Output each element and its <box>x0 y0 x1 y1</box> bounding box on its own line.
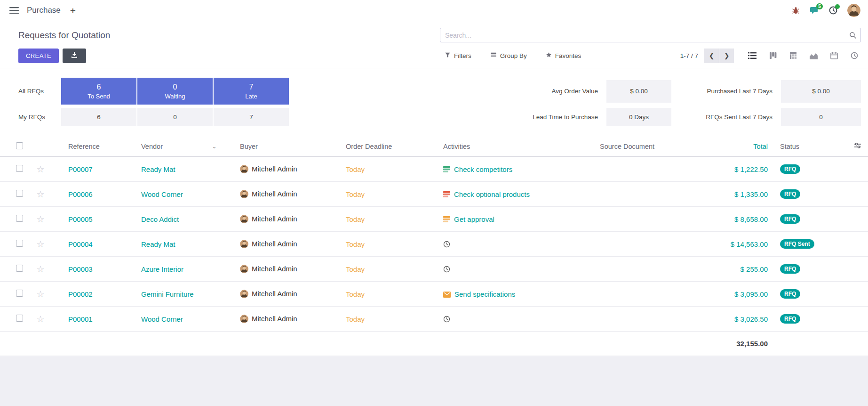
user-avatar[interactable] <box>847 4 860 17</box>
view-graph-button[interactable] <box>810 52 818 59</box>
total-amount: $ 8,658.00 <box>706 207 776 232</box>
vendor-link[interactable]: Ready Mat <box>141 240 175 248</box>
source-document <box>586 207 706 232</box>
debug-bug-icon[interactable] <box>792 7 800 15</box>
kanban-box-my-2[interactable]: 7 <box>214 108 289 126</box>
clock-icon[interactable] <box>443 241 450 248</box>
table-row[interactable]: ☆ P00004 Ready Mat Mitchell Admin Today … <box>0 232 868 257</box>
tasks-orange-icon[interactable] <box>443 216 450 223</box>
filter-funnel-icon <box>445 52 451 59</box>
view-calendar-button[interactable] <box>830 52 838 59</box>
row-checkbox[interactable] <box>16 240 23 247</box>
kanban-box-late[interactable]: 7Late <box>214 78 289 105</box>
favorite-star-icon[interactable]: ☆ <box>36 314 44 324</box>
purchased-last-7-days[interactable]: $ 0.00 <box>781 80 861 103</box>
row-checkbox[interactable] <box>16 215 23 222</box>
messages-icon[interactable]: 5 <box>810 6 819 15</box>
table-row[interactable]: ☆ P00002 Gemini Furniture Mitchell Admin… <box>0 282 868 307</box>
create-button[interactable]: CREATE <box>18 49 59 63</box>
table-row[interactable]: ☆ P00001 Wood Corner Mitchell Admin Toda… <box>0 307 868 332</box>
table-row[interactable]: ☆ P00005 Deco Addict Mitchell Admin Toda… <box>0 207 868 232</box>
favorite-star-icon[interactable]: ☆ <box>36 289 44 299</box>
vendor-link[interactable]: Azure Interior <box>141 265 183 273</box>
kanban-box-waiting[interactable]: 0Waiting <box>137 78 213 105</box>
row-checkbox[interactable] <box>16 315 23 322</box>
pager-previous-button[interactable]: ❮ <box>704 49 719 63</box>
row-checkbox[interactable] <box>16 190 23 197</box>
favorite-star-icon[interactable]: ☆ <box>36 214 44 224</box>
reference-link[interactable]: P00001 <box>68 315 93 323</box>
envelope-orange-icon[interactable] <box>443 292 451 298</box>
search-icon[interactable] <box>849 32 857 41</box>
tasks-red-icon[interactable] <box>443 191 450 198</box>
reference-link[interactable]: P00004 <box>68 240 93 248</box>
column-header-buyer[interactable]: Buyer <box>223 137 330 157</box>
activity-label[interactable]: Get approval <box>454 215 494 223</box>
lead-time-label: Lead Time to Purchase <box>494 114 598 121</box>
reference-link[interactable]: P00006 <box>68 190 93 198</box>
kanban-box-my-1[interactable]: 0 <box>137 108 213 126</box>
plus-icon[interactable]: + <box>70 6 76 16</box>
reference-link[interactable]: P00005 <box>68 215 93 223</box>
search-input[interactable] <box>440 28 861 42</box>
pager-next-button[interactable]: ❯ <box>719 49 734 63</box>
favorite-star-icon[interactable]: ☆ <box>36 264 44 274</box>
view-kanban-button[interactable] <box>769 52 777 59</box>
favorite-star-icon[interactable]: ☆ <box>36 189 44 199</box>
row-checkbox[interactable] <box>16 290 23 297</box>
row-checkbox[interactable] <box>16 165 23 172</box>
column-header-source-document[interactable]: Source Document <box>586 137 706 157</box>
vendor-link[interactable]: Wood Corner <box>141 190 183 198</box>
avg-order-value[interactable]: $ 0.00 <box>606 80 671 103</box>
column-header-reference[interactable]: Reference <box>51 137 126 157</box>
app-name[interactable]: Purchase <box>27 6 61 15</box>
activities-clock-icon[interactable] <box>829 6 837 15</box>
activity-label[interactable]: Check competitors <box>454 165 512 173</box>
view-activity-button[interactable] <box>851 52 858 59</box>
kanban-box-to-send[interactable]: 6To Send <box>61 78 136 105</box>
vendor-link[interactable]: Wood Corner <box>141 315 183 323</box>
lead-time-value[interactable]: 0 Days <box>606 108 671 126</box>
reference-link[interactable]: P00007 <box>68 165 93 173</box>
table-row[interactable]: ☆ P00007 Ready Mat Mitchell Admin Today … <box>0 157 868 182</box>
column-header-order-deadline[interactable]: Order Deadline <box>330 137 427 157</box>
column-header-vendor[interactable]: Vendor⌄ <box>126 137 223 157</box>
favorite-star-icon[interactable]: ☆ <box>36 239 44 249</box>
optional-columns-icon[interactable] <box>854 143 861 151</box>
status-badge: RFQ <box>780 314 800 324</box>
row-checkbox[interactable] <box>16 265 23 272</box>
all-rfqs-label[interactable]: All RFQs <box>18 88 61 95</box>
view-pivot-button[interactable] <box>789 52 797 59</box>
tasks-green-icon[interactable] <box>443 166 450 173</box>
table-row[interactable]: ☆ P00003 Azure Interior Mitchell Admin T… <box>0 257 868 282</box>
activity-label[interactable]: Send specifications <box>454 290 515 298</box>
vendor-link[interactable]: Deco Addict <box>141 215 179 223</box>
vendor-link[interactable]: Ready Mat <box>141 165 175 173</box>
column-header-total[interactable]: Total <box>706 137 776 157</box>
group-by-menu[interactable]: Group By <box>490 52 527 59</box>
apps-menu-icon[interactable] <box>8 5 21 16</box>
rfqs-sent-last-7-days[interactable]: 0 <box>781 108 861 126</box>
total-amount: $ 1,222.50 <box>706 157 776 182</box>
column-header-activities[interactable]: Activities <box>427 137 586 157</box>
my-rfqs-label[interactable]: My RFQs <box>18 114 61 121</box>
buyer-name: Mitchell Admin <box>252 240 297 248</box>
favorite-star-icon[interactable]: ☆ <box>36 164 44 174</box>
kanban-box-my-0[interactable]: 6 <box>61 108 136 126</box>
reference-link[interactable]: P00003 <box>68 265 93 273</box>
clock-icon[interactable] <box>443 266 450 273</box>
source-document <box>586 307 706 332</box>
buyer-name: Mitchell Admin <box>252 165 297 173</box>
select-all-checkbox[interactable] <box>16 142 23 149</box>
column-header-status[interactable]: Status <box>776 137 852 157</box>
clock-icon[interactable] <box>443 316 450 323</box>
export-button[interactable] <box>63 49 86 63</box>
favorites-menu[interactable]: Favorites <box>546 52 581 59</box>
filters-menu[interactable]: Filters <box>445 52 471 59</box>
vendor-link[interactable]: Gemini Furniture <box>141 290 194 298</box>
reference-link[interactable]: P00002 <box>68 290 93 298</box>
grand-total: 32,155.00 <box>706 332 776 356</box>
table-row[interactable]: ☆ P00006 Wood Corner Mitchell Admin Toda… <box>0 182 868 207</box>
activity-label[interactable]: Check optional products <box>454 190 530 198</box>
view-list-button[interactable] <box>748 52 757 59</box>
